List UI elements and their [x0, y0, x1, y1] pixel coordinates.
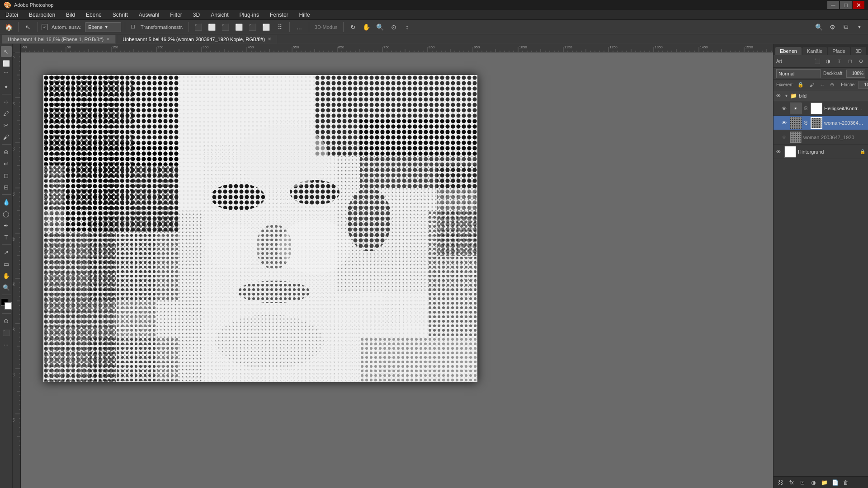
patch-tool[interactable]: ✂	[1, 120, 12, 131]
dodge-tool[interactable]: ◯	[1, 208, 12, 219]
zoom-3d-btn[interactable]: 🔍	[374, 21, 386, 33]
delete-layer-btn[interactable]: 🗑	[841, 478, 850, 487]
workspace-btn[interactable]: ⚙	[826, 21, 838, 33]
tab-kanaele[interactable]: Kanäle	[802, 47, 827, 55]
layer-hintergrund-eye[interactable]: 👁	[776, 149, 783, 155]
layer-woman-kopie-eye[interactable]: 👁	[782, 120, 788, 126]
filter-adjust-btn[interactable]: ◑	[824, 57, 833, 66]
align-middle-btn[interactable]: ⬛	[247, 21, 259, 33]
layer-helligk-eye[interactable]: 👁	[782, 106, 788, 111]
orbit-3d-btn[interactable]: ⊙	[388, 21, 400, 33]
menu-ebene[interactable]: Ebene	[84, 11, 104, 19]
distribute-btn[interactable]: ⠿	[274, 21, 286, 33]
layer-type-dropdown[interactable]: Ebene ▼	[85, 22, 121, 32]
type-tool[interactable]: T	[1, 232, 12, 243]
add-group-btn[interactable]: 📁	[820, 478, 829, 487]
filter-smart-btn[interactable]: ⊙	[856, 57, 865, 66]
align-right-btn[interactable]: ⬛	[220, 21, 231, 33]
canvas-wrapper[interactable]	[21, 52, 773, 488]
link-layers-btn[interactable]: ⛓	[776, 478, 785, 487]
selection-tool[interactable]: ↖	[1, 46, 12, 57]
gradient-tool[interactable]: ⊟	[1, 182, 12, 192]
brush-tool[interactable]: 🖌	[1, 131, 12, 142]
menu-ansicht[interactable]: Ansicht	[209, 11, 230, 19]
blur-tool[interactable]: 💧	[1, 197, 12, 207]
more-options-btn[interactable]: ...	[293, 21, 305, 33]
layer-bild-eye[interactable]: 👁	[776, 93, 783, 99]
layer-helligk[interactable]: 👁 ☀ ⛓ Helligkeit/Kontrast 1	[774, 101, 868, 116]
minimize-button[interactable]: ─	[827, 1, 839, 9]
layer-group-bild[interactable]: 👁 ▼ 📁 bild	[774, 90, 868, 101]
layer-woman-eye[interactable]: 👁	[782, 135, 788, 140]
lasso-tool[interactable]: ⌒	[1, 70, 12, 80]
add-adjustment-btn[interactable]: ◑	[809, 478, 818, 487]
tab-0[interactable]: Unbenannt-4 bei 16,8% (Ebene 1, RGB/8#) …	[2, 35, 116, 44]
menu-filter[interactable]: Filter	[168, 11, 184, 19]
move-tool-btn[interactable]: ↖	[22, 21, 34, 33]
maximize-button[interactable]: □	[840, 1, 852, 9]
filter-type-btn[interactable]: T	[835, 57, 844, 66]
magic-wand[interactable]: ✦	[1, 81, 12, 92]
clone-stamp[interactable]: ⊕	[1, 146, 12, 157]
align-center-btn[interactable]: ⬜	[206, 21, 218, 33]
menu-datei[interactable]: Datei	[4, 11, 20, 19]
lock-position-btn[interactable]: ↔	[818, 82, 826, 88]
shape-tool[interactable]: ▭	[1, 258, 12, 269]
autoselect-checkbox[interactable]: ✓	[42, 24, 48, 30]
eyedropper-tool[interactable]: 🖊	[1, 108, 12, 119]
tab-pfade[interactable]: Pfade	[828, 47, 850, 55]
menu-schrift[interactable]: Schrift	[111, 11, 130, 19]
hand-tool[interactable]: ✋	[1, 270, 12, 281]
slide-3d-btn[interactable]: ↕	[401, 21, 413, 33]
add-layer-btn[interactable]: 📄	[830, 478, 840, 487]
tab-1[interactable]: Unbenannt-5 bei 46,2% (woman-2003647_192…	[117, 35, 277, 44]
menu-3d[interactable]: 3D	[191, 11, 202, 19]
add-style-btn[interactable]: fx	[787, 478, 796, 487]
fill-input[interactable]	[859, 81, 868, 89]
blend-mode-dropdown[interactable]: Normal	[776, 69, 821, 78]
menu-auswahl[interactable]: Auswahl	[137, 11, 161, 19]
screen-mode[interactable]: ⬛	[1, 327, 12, 338]
tab-1-close[interactable]: ✕	[268, 37, 271, 42]
eraser-tool[interactable]: ◻	[1, 170, 12, 181]
fg-bg-colors[interactable]	[1, 299, 12, 310]
pen-tool[interactable]: ✒	[1, 220, 12, 231]
crop-tool[interactable]: ⊹	[1, 96, 12, 107]
pan-3d-btn[interactable]: ✋	[361, 21, 373, 33]
close-button[interactable]: ✕	[853, 1, 864, 9]
arrange-dropdown[interactable]: ▼	[854, 21, 865, 33]
background-color[interactable]	[5, 302, 12, 310]
filter-pixel-btn[interactable]: ⬛	[813, 57, 822, 66]
align-top-btn[interactable]: ⬜	[233, 21, 245, 33]
home-button[interactable]: 🏠	[3, 21, 14, 33]
zoom-tool[interactable]: 🔍	[1, 282, 12, 293]
extra-tools[interactable]: ···	[1, 339, 12, 350]
tab-0-close[interactable]: ✕	[106, 37, 110, 42]
lock-transparent-btn[interactable]: 🔒	[796, 81, 805, 88]
layer-woman-kopie[interactable]: 👁 ⛓ woman-2003647_1920 Kopie	[774, 116, 868, 130]
canvas-document[interactable]	[43, 75, 477, 382]
lock-all-btn[interactable]: ⊕	[829, 81, 835, 88]
add-mask-btn[interactable]: ⊡	[798, 478, 807, 487]
rectangle-select[interactable]: ⬜	[1, 58, 12, 69]
menu-bild[interactable]: Bild	[64, 11, 77, 19]
align-left-btn[interactable]: ⬛	[193, 21, 204, 33]
menu-hilfe[interactable]: Hilfe	[297, 11, 312, 19]
filter-shape-btn[interactable]: ◻	[845, 57, 854, 66]
tab-ebenen[interactable]: Ebenen	[775, 47, 802, 55]
path-select[interactable]: ↗	[1, 247, 12, 258]
history-brush[interactable]: ↩	[1, 158, 12, 169]
rotate-3d-btn[interactable]: ↻	[347, 21, 359, 33]
opacity-input[interactable]	[846, 70, 865, 78]
tab-3d[interactable]: 3D	[851, 47, 866, 55]
layer-hintergrund[interactable]: 👁 Hintergrund 🔒	[774, 145, 868, 159]
lock-pixel-btn[interactable]: 🖌	[808, 82, 816, 88]
menu-plugins[interactable]: Plug-ins	[238, 11, 261, 19]
quick-mask[interactable]: ⊙	[1, 315, 12, 326]
menu-fenster[interactable]: Fenster	[268, 11, 290, 19]
arrange-btn[interactable]: ⧉	[840, 21, 852, 33]
align-bottom-btn[interactable]: ⬜	[260, 21, 272, 33]
layer-woman[interactable]: 👁 woman-2003647_1920	[774, 130, 868, 145]
search-btn[interactable]: 🔍	[813, 21, 825, 33]
menu-bearbeiten[interactable]: Bearbeiten	[27, 11, 57, 19]
